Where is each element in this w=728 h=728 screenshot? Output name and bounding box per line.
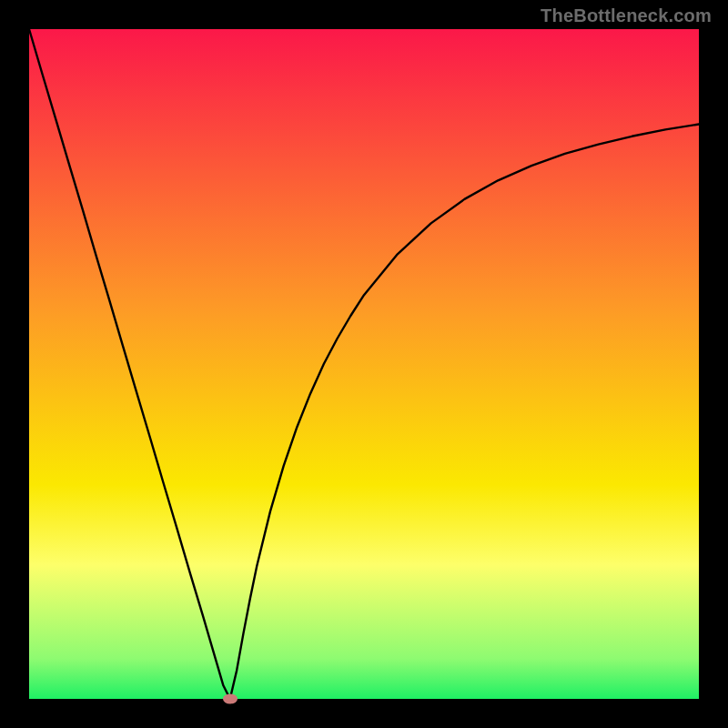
- bottleneck-curve: [29, 29, 699, 699]
- plot-area: [29, 29, 699, 699]
- watermark-text: TheBottleneck.com: [541, 5, 712, 26]
- curve-path: [29, 29, 699, 699]
- minimum-marker: [223, 694, 238, 704]
- chart-frame: TheBottleneck.com: [0, 0, 728, 728]
